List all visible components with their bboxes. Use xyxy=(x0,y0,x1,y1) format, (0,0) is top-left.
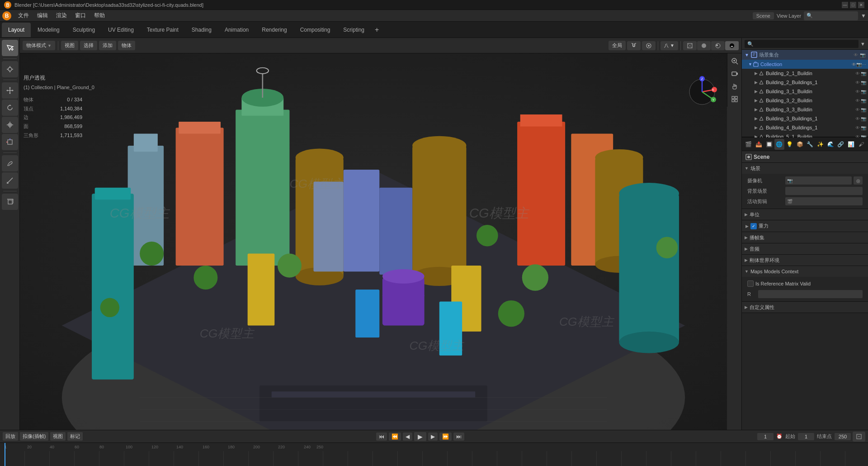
item-eye[interactable]: 👁 xyxy=(855,116,860,121)
menu-render[interactable]: 渲染 xyxy=(52,11,71,20)
rendered-shading-button[interactable] xyxy=(725,41,739,50)
item-render[interactable]: 📷 xyxy=(861,125,866,130)
snap-button[interactable] xyxy=(627,41,641,50)
item-eye[interactable]: 👁 xyxy=(855,71,860,76)
outliner-item[interactable]: ▶ Building_2_Buildings_1 👁 📷 xyxy=(742,78,868,87)
world-props-tab[interactable]: 💡 xyxy=(785,139,795,150)
r-value-input[interactable] xyxy=(758,290,863,298)
prev-frame-button[interactable]: ⏪ xyxy=(389,433,401,441)
gravity-row[interactable]: ▶ ✓ 重力 xyxy=(742,220,868,232)
cursor-tool-button[interactable] xyxy=(2,61,18,77)
scale-tool-button[interactable] xyxy=(2,117,18,133)
solid-shading-button[interactable] xyxy=(697,41,711,50)
markers-menu-button[interactable]: 标记 xyxy=(67,432,83,441)
measure-tool-button[interactable] xyxy=(2,172,18,189)
zoom-in-button[interactable] xyxy=(729,55,741,67)
timeline-expand-button[interactable] xyxy=(853,432,865,442)
annotate-tool-button[interactable] xyxy=(2,155,18,171)
item-eye[interactable]: 👁 xyxy=(855,125,860,130)
object-props-tab[interactable]: 📦 xyxy=(795,139,805,150)
select-tool-button[interactable] xyxy=(2,40,18,56)
grid-view-button[interactable] xyxy=(729,93,741,105)
scene-visibility-icon[interactable]: 👁 xyxy=(854,52,858,57)
next-keyframe-button[interactable]: ▶ xyxy=(428,433,438,441)
frameset-header[interactable]: ▶ 播帧集 xyxy=(742,232,868,243)
hand-tool-button[interactable] xyxy=(729,81,741,92)
add-menu-button[interactable]: 添加 xyxy=(99,41,116,50)
active-clip-value[interactable]: 🎬 xyxy=(785,197,863,205)
end-frame-input[interactable]: 250 xyxy=(835,433,851,440)
menu-file[interactable]: 文件 xyxy=(14,11,33,20)
outliner-item[interactable]: ▶ Building_2_1_Buildin 👁 📷 xyxy=(742,69,868,78)
gravity-checkbox[interactable]: ✓ xyxy=(750,223,757,229)
viewport-canvas[interactable]: CG模型主 CG模型主 CG模型主 CG模型主 CG模型主 CG模型主 用户透视… xyxy=(20,53,727,430)
timeline-scrubber[interactable]: 1 20 40 60 80 100 120 140 160 180 200 22… xyxy=(0,443,868,466)
modifier-props-tab[interactable]: 🔧 xyxy=(805,139,815,150)
scene-props-tab[interactable]: 🌐 xyxy=(774,139,784,150)
filter-icon[interactable]: ▼ xyxy=(861,13,866,19)
overlay-dropdown[interactable]: 八 ▼ xyxy=(660,41,678,50)
maps-models-header[interactable]: ▼ Maps Models Context xyxy=(742,266,868,277)
outliner-item[interactable]: ▶ Building_3_1_Buildin 👁 📷 xyxy=(742,87,868,96)
units-section-header[interactable]: ▶ 单位 xyxy=(742,209,868,220)
is-ref-matrix-checkbox[interactable] xyxy=(747,281,754,287)
object-menu-button[interactable]: 物体 xyxy=(118,41,135,50)
menu-edit[interactable]: 编辑 xyxy=(33,11,52,20)
collection-render-icon[interactable]: 📷 xyxy=(856,62,862,67)
add-workspace-button[interactable]: + xyxy=(371,24,382,36)
outliner-filter-button[interactable]: ▼ xyxy=(860,41,865,47)
wireframe-shading-button[interactable] xyxy=(683,41,697,50)
item-render[interactable]: 📷 xyxy=(861,116,866,121)
collection-visibility-icon[interactable]: 👁 xyxy=(852,62,856,67)
item-eye[interactable]: 👁 xyxy=(855,89,860,94)
jump-end-button[interactable]: ⏭ xyxy=(453,433,464,441)
move-tool-button[interactable] xyxy=(2,82,18,99)
jump-start-button[interactable]: ⏮ xyxy=(376,433,387,441)
outliner-item[interactable]: ▶ Building_5_1_Buildin 👁 📷 xyxy=(742,132,868,138)
tab-animation[interactable]: Animation xyxy=(218,23,255,37)
outliner-search-input[interactable] xyxy=(745,40,859,48)
tab-modeling[interactable]: Modeling xyxy=(31,23,66,37)
titlebar-controls[interactable]: — □ ✕ xyxy=(842,2,864,8)
item-render[interactable]: 📷 xyxy=(861,107,866,112)
tab-compositing[interactable]: Compositing xyxy=(294,23,337,37)
audio-header[interactable]: ▶ 音频 xyxy=(742,243,868,254)
tab-layout[interactable]: Layout xyxy=(2,23,31,37)
physics-props-tab[interactable]: 🌊 xyxy=(826,139,835,150)
search-bar[interactable]: 🔍 xyxy=(804,11,858,20)
outliner-item[interactable]: ▶ Building_4_Buildings_1 👁 📷 xyxy=(742,123,868,132)
outliner-item[interactable]: ▶ Building_3_2_Buildin 👁 📷 xyxy=(742,96,868,105)
transform-tool-button[interactable] xyxy=(2,134,18,150)
output-props-tab[interactable]: 📤 xyxy=(754,139,764,150)
tab-uv-editing[interactable]: UV Editing xyxy=(102,23,140,37)
outliner-item[interactable]: ▶ Building_3_3_Buildin 👁 📷 xyxy=(742,105,868,114)
camera-view-button[interactable] xyxy=(729,68,741,80)
proportional-edit-button[interactable] xyxy=(642,41,656,50)
rotate-tool-button[interactable] xyxy=(2,100,18,116)
view-menu-tl-button[interactable]: 视图 xyxy=(50,432,66,441)
scene-section-header[interactable]: ▼ 场景 xyxy=(742,163,868,174)
particles-props-tab[interactable]: ✨ xyxy=(816,139,826,150)
item-render[interactable]: 📷 xyxy=(861,89,866,94)
render-props-tab[interactable]: 🎬 xyxy=(744,139,754,150)
tab-scripting[interactable]: Scripting xyxy=(337,23,371,37)
camera-select-button[interactable]: ◎ xyxy=(854,176,863,185)
tab-sculpting[interactable]: Sculpting xyxy=(66,23,101,37)
close-button[interactable]: ✕ xyxy=(858,2,864,8)
maximize-button[interactable]: □ xyxy=(850,2,856,8)
item-render[interactable]: 📷 xyxy=(861,98,866,103)
outliner-item[interactable]: ▶ Building_3_Buildings_1 👁 📷 xyxy=(742,114,868,123)
item-eye[interactable]: 👁 xyxy=(855,134,860,138)
select-menu-button[interactable]: 选择 xyxy=(80,41,97,50)
object-mode-dropdown[interactable]: 物体模式 ▼ xyxy=(23,41,55,50)
menu-help[interactable]: 帮助 xyxy=(90,11,108,20)
navigation-gizmo[interactable]: X Y Z xyxy=(686,76,718,108)
prev-keyframe-button[interactable]: ◀ xyxy=(403,433,412,441)
collection-more-icon[interactable]: ⋯ xyxy=(862,62,866,67)
tab-shading[interactable]: Shading xyxy=(185,23,218,37)
item-render[interactable]: 📷 xyxy=(861,134,866,138)
item-eye[interactable]: 👁 xyxy=(855,80,860,85)
material-shading-button[interactable] xyxy=(711,41,725,50)
scene-collection-item[interactable]: ▼ 场景集合 👁 📷 xyxy=(742,50,868,60)
tab-texture-paint[interactable]: Texture Paint xyxy=(141,23,185,37)
